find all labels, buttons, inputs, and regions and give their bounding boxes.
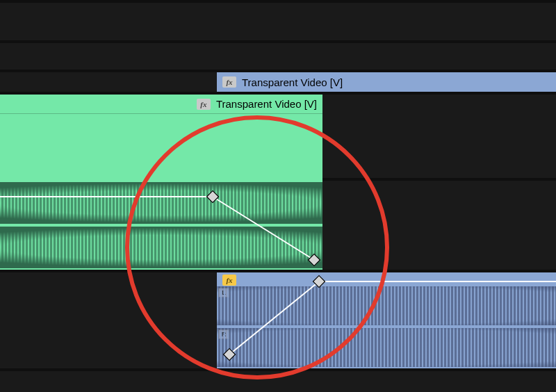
clip-label: Transparent Video [V] — [242, 76, 343, 88]
clip-label: Transparent Video [V] — [216, 98, 317, 110]
annotation-circle — [125, 115, 389, 379]
fx-badge-icon[interactable]: fx — [197, 99, 211, 110]
track-separator — [0, 40, 556, 43]
fx-badge-icon[interactable]: fx — [222, 76, 236, 88]
track-separator — [0, 0, 556, 3]
video-clip-blue[interactable]: fx Transparent Video [V] — [217, 72, 556, 92]
